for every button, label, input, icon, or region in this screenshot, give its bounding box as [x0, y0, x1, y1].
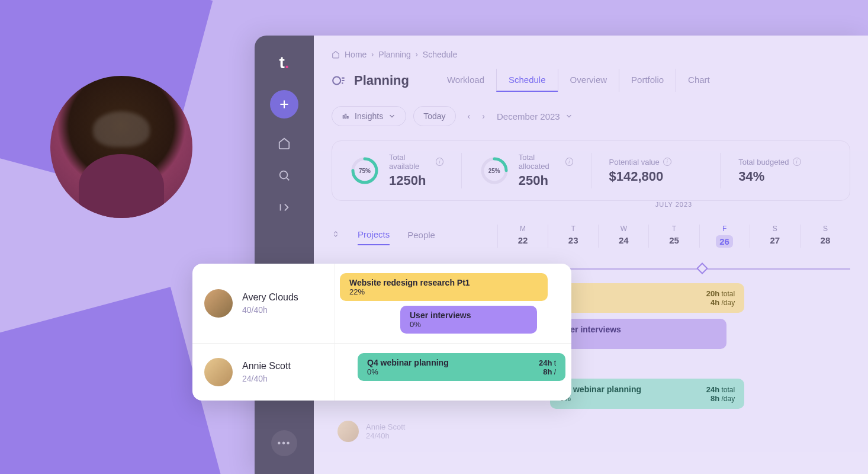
sidebar: t •••: [255, 36, 314, 474]
tab-overview[interactable]: Overview: [558, 69, 619, 92]
planning-icon: [332, 73, 347, 88]
svg-point-1: [333, 76, 340, 84]
breadcrumb-schedule[interactable]: Schedule: [423, 50, 457, 59]
task-bar[interactable]: Q4 webinar planning 0% 24h t 8h /: [358, 353, 565, 381]
people-overlay: Avery Clouds 40/40h Website redesign res…: [192, 264, 571, 401]
task-bar[interactable]: Website redesign research Pt1 22%: [340, 273, 548, 301]
metric-budgeted: Total budgetedi 34%: [721, 153, 850, 188]
day-column[interactable]: M22: [497, 225, 548, 248]
person-name: Annie Scott: [242, 361, 291, 371]
metric-allocated: 25% Total allocatedi 250h: [462, 153, 591, 188]
tab-portfolio[interactable]: Portfolio: [619, 69, 676, 92]
chevron-down-icon: [388, 112, 396, 120]
avatar: [337, 421, 359, 442]
schedule-bar[interactable]: User interviews0%: [550, 319, 726, 349]
tab-workload[interactable]: Workload: [435, 69, 496, 92]
svg-point-0: [280, 171, 288, 179]
donut-chart: 25%: [480, 156, 509, 185]
avatar: [204, 289, 233, 318]
subtab-projects[interactable]: Projects: [358, 225, 390, 245]
page-header: Planning Workload Schedule Overview Port…: [314, 59, 868, 92]
subtab-people[interactable]: People: [407, 225, 435, 245]
tab-chart[interactable]: Chart: [676, 69, 722, 92]
info-icon[interactable]: i: [663, 158, 671, 166]
donut-chart: 75%: [350, 156, 380, 185]
task-bar[interactable]: User interviews 0%: [400, 306, 537, 334]
period-selector[interactable]: December 2023: [497, 111, 573, 121]
page-title: Planning: [354, 73, 409, 88]
ghost-person-row: Annie Scott 24/40h: [337, 421, 406, 442]
home-icon[interactable]: [277, 136, 291, 150]
avatar: [204, 358, 233, 386]
person-name: Avery Clouds: [242, 292, 298, 303]
day-column[interactable]: T25: [648, 225, 699, 248]
tab-schedule[interactable]: Schedule: [496, 69, 558, 92]
day-column[interactable]: S27: [750, 225, 800, 248]
breadcrumb-planning[interactable]: Planning: [378, 50, 411, 59]
svg-rect-3: [345, 114, 346, 118]
day-column[interactable]: F26: [699, 225, 750, 248]
person-hours: 24/40h: [242, 374, 291, 383]
tabs: Workload Schedule Overview Portfolio Cha…: [435, 69, 722, 92]
svg-rect-4: [347, 117, 348, 118]
breadcrumb: Home › Planning › Schedule: [314, 50, 868, 59]
today-button[interactable]: Today: [413, 106, 455, 126]
logo: t: [279, 53, 289, 72]
prev-button[interactable]: ‹: [463, 107, 475, 126]
schedule-bar[interactable]: Q4 webinar planning0%24h total8h /day: [550, 379, 744, 409]
breadcrumb-home[interactable]: Home: [345, 50, 367, 59]
timeline-marker[interactable]: [696, 262, 708, 274]
chevron-down-icon: [565, 112, 573, 120]
day-column[interactable]: T23: [548, 225, 598, 248]
info-icon[interactable]: i: [436, 158, 443, 166]
app-window: t ••• Home › Planning › Schedule: [255, 36, 868, 474]
search-icon[interactable]: [277, 168, 291, 182]
person-row: Annie Scott 24/40h Q4 webinar planning 0…: [192, 344, 571, 401]
insights-dropdown[interactable]: Insights: [332, 106, 406, 126]
controls-bar: Insights Today ‹ › December 2023: [314, 92, 868, 126]
hero-avatar: [50, 76, 192, 218]
more-button[interactable]: •••: [271, 430, 297, 456]
info-icon[interactable]: i: [793, 158, 801, 166]
main-panel: Home › Planning › Schedule Planning Work…: [314, 36, 868, 474]
add-button[interactable]: [270, 90, 298, 118]
metrics-row: 75% Total availablei 1250h 25% Total all…: [332, 140, 850, 201]
metric-potential: Potential valuei $142,800: [591, 153, 721, 188]
metric-available: 75% Total availablei 1250h: [332, 153, 462, 188]
svg-rect-2: [343, 116, 344, 118]
day-column[interactable]: S28: [800, 225, 850, 248]
next-button[interactable]: ›: [477, 107, 490, 126]
timeline-header: Projects People M22T23W24T25F26S27S28: [314, 213, 868, 248]
home-icon: [332, 50, 340, 59]
person-row: Avery Clouds 40/40h Website redesign res…: [192, 264, 571, 344]
collapse-right-icon[interactable]: [277, 200, 291, 214]
month-label: JULY 2023: [480, 201, 868, 213]
info-icon[interactable]: i: [565, 158, 573, 166]
day-column[interactable]: W24: [598, 225, 648, 248]
person-hours: 40/40h: [242, 305, 298, 315]
collapse-icon[interactable]: [332, 230, 340, 241]
